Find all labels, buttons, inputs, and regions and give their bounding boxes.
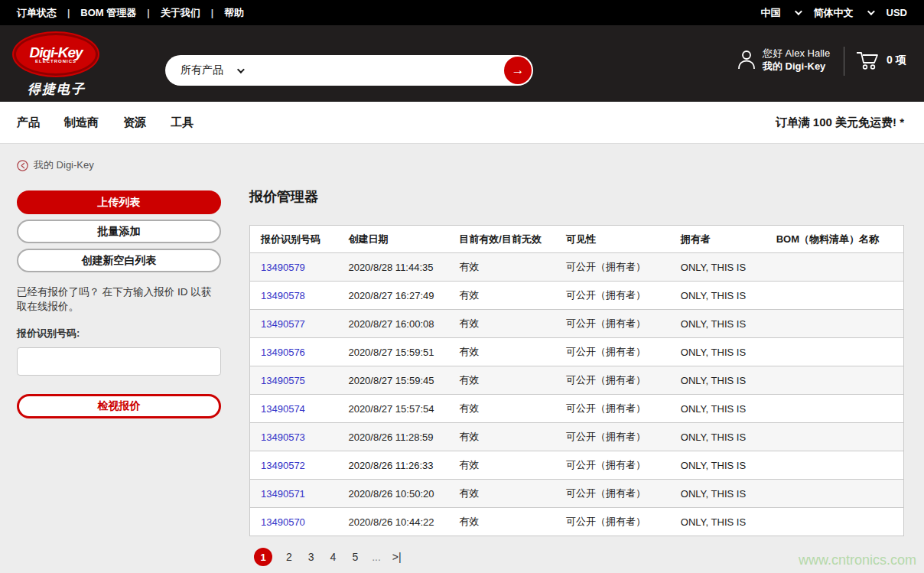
status-cell: 有效 [448, 253, 555, 282]
account-greeting: 您好 Alex Halle [763, 47, 830, 60]
search-input[interactable] [276, 59, 504, 82]
page-title: 报价管理器 [249, 187, 904, 206]
quote-id-input[interactable] [17, 347, 221, 376]
topbar-link-bom-manager[interactable]: BOM 管理器 [80, 6, 136, 20]
visibility-cell: 可公开（拥有者） [555, 423, 670, 451]
topbar-link-about-us[interactable]: 关于我们 [161, 6, 200, 20]
breadcrumb-label[interactable]: 我的 Digi-Key [34, 158, 94, 172]
col-header-created: 创建日期 [337, 226, 448, 253]
pagination-page-4[interactable]: 4 [328, 551, 339, 563]
owner-cell: ONLY, THIS IS [670, 253, 766, 282]
table-row: 13490578 2020/8/27 16:27:49 有效 可公开（拥有者） … [250, 282, 904, 310]
status-cell: 有效 [448, 366, 555, 395]
table-row: 13490575 2020/8/27 15:59:45 有效 可公开（拥有者） … [250, 366, 904, 395]
create-blank-list-button[interactable]: 创建新空白列表 [17, 249, 221, 272]
quote-id-link[interactable]: 13490572 [261, 460, 305, 471]
quote-id-link[interactable]: 13490577 [261, 318, 305, 330]
search-category-dropdown[interactable]: 所有产品 [165, 63, 276, 77]
bulk-add-button[interactable]: 批量添加 [17, 220, 221, 243]
nav-item-products[interactable]: 产品 [17, 116, 40, 130]
pagination-page-1-current[interactable]: 1 [254, 548, 272, 566]
free-shipping-promo: 订单满 100 美元免运费! * [776, 116, 904, 130]
table-row: 13490570 2020/8/26 10:44:22 有效 可公开（拥有者） … [250, 508, 904, 536]
table-row: 13490574 2020/8/27 15:57:54 有效 可公开（拥有者） … [250, 395, 904, 423]
quotes-table: 报价识别号码 创建日期 目前有效/目前无效 可见性 拥有者 BOM（物料清单）名… [249, 225, 904, 536]
pagination-page-3[interactable]: 3 [306, 551, 317, 563]
table-row: 13490576 2020/8/27 15:59:51 有效 可公开（拥有者） … [250, 338, 904, 366]
created-cell: 2020/8/26 10:44:22 [337, 508, 448, 536]
created-cell: 2020/8/27 16:00:08 [337, 310, 448, 338]
bom-name-cell [766, 423, 904, 451]
search-category-label: 所有产品 [181, 63, 223, 77]
cart-button[interactable]: 0 项 [855, 50, 906, 71]
bom-name-cell [766, 366, 904, 395]
col-header-status: 目前有效/目前无效 [448, 226, 555, 253]
quote-id-link[interactable]: 13490575 [261, 375, 305, 386]
quote-id-link[interactable]: 13490576 [261, 347, 305, 358]
quote-id-link[interactable]: 13490571 [261, 488, 305, 500]
bom-name-cell [766, 480, 904, 508]
status-cell: 有效 [448, 480, 555, 508]
quote-id-link[interactable]: 13490574 [261, 403, 305, 415]
search-submit-button[interactable]: → [504, 57, 532, 84]
region-selector[interactable]: 中国 [761, 6, 781, 20]
nav-item-tools[interactable]: 工具 [171, 116, 194, 130]
digikey-quote-manager-screen: 订单状态 | BOM 管理器 | 关于我们 | 帮助 中国 简体中文 USD D… [0, 0, 924, 573]
topbar-links: 订单状态 | BOM 管理器 | 关于我们 | 帮助 [17, 6, 244, 20]
arrow-left-circle-icon [17, 160, 28, 171]
nav-items: 产品 制造商 资源 工具 [17, 116, 194, 130]
view-quote-button[interactable]: 检视报价 [17, 394, 221, 418]
logo-title: Digi-Key [29, 46, 82, 59]
col-header-bom-name: BOM（物料清单）名称 [766, 226, 904, 253]
quote-hint-text: 已经有报价了吗？ 在下方输入报价 ID 以获取在线报价。 [17, 285, 221, 314]
owner-cell: ONLY, THIS IS [670, 451, 766, 480]
digikey-logo[interactable]: Digi-Key ELECTRONICS 得捷电子 [14, 33, 99, 98]
quote-id-link[interactable]: 13490570 [261, 516, 305, 528]
owner-cell: ONLY, THIS IS [670, 395, 766, 423]
topbar-link-order-status[interactable]: 订单状态 [17, 6, 57, 20]
visibility-cell: 可公开（拥有者） [555, 310, 670, 338]
visibility-cell: 可公开（拥有者） [555, 451, 670, 480]
bom-name-cell [766, 451, 904, 480]
pagination-page-2[interactable]: 2 [284, 551, 294, 563]
nav-item-resources[interactable]: 资源 [123, 116, 146, 130]
created-cell: 2020/8/27 15:59:45 [337, 366, 448, 395]
owner-cell: ONLY, THIS IS [670, 366, 766, 395]
status-cell: 有效 [448, 395, 555, 423]
currency-selector[interactable]: USD [887, 7, 907, 18]
owner-cell: ONLY, THIS IS [670, 338, 766, 366]
breadcrumb[interactable]: 我的 Digi-Key [17, 158, 94, 172]
col-header-owner: 拥有者 [670, 226, 766, 253]
sidebar: 上传列表 批量添加 创建新空白列表 已经有报价了吗？ 在下方输入报价 ID 以获… [17, 190, 221, 424]
pagination-last-button[interactable]: >| [392, 551, 402, 563]
owner-cell: ONLY, THIS IS [670, 282, 766, 310]
upload-list-button[interactable]: 上传列表 [17, 190, 221, 214]
bom-name-cell [766, 338, 904, 366]
status-cell: 有效 [448, 282, 555, 310]
pagination-page-5[interactable]: 5 [350, 551, 360, 563]
account-menu[interactable]: 您好 Alex Halle 我的 Digi-Key [737, 47, 830, 73]
cart-count: 0 项 [887, 54, 906, 67]
language-selector[interactable]: 简体中文 [814, 6, 854, 20]
table-row: 13490577 2020/8/27 16:00:08 有效 可公开（拥有者） … [250, 310, 904, 338]
table-row: 13490573 2020/8/26 11:28:59 有效 可公开（拥有者） … [250, 423, 904, 451]
topbar-link-help[interactable]: 帮助 [224, 6, 244, 20]
created-cell: 2020/8/27 15:59:51 [337, 338, 448, 366]
quote-id-link[interactable]: 13490578 [261, 290, 305, 301]
status-cell: 有效 [448, 508, 555, 536]
created-cell: 2020/8/26 11:28:59 [337, 423, 448, 451]
bom-name-cell [766, 282, 904, 310]
header-divider [844, 47, 844, 76]
table-row: 13490571 2020/8/26 10:50:20 有效 可公开（拥有者） … [250, 480, 904, 508]
quote-id-link[interactable]: 13490573 [261, 431, 305, 443]
chevron-down-icon[interactable] [867, 8, 875, 15]
nav-item-manufacturers[interactable]: 制造商 [64, 116, 99, 130]
visibility-cell: 可公开（拥有者） [555, 480, 670, 508]
chevron-down-icon[interactable] [795, 8, 802, 15]
pagination-ellipsis: ... [372, 551, 381, 563]
bom-name-cell [766, 310, 904, 338]
quote-id-link[interactable]: 13490579 [261, 262, 305, 273]
table-row: 13490572 2020/8/26 11:26:33 有效 可公开（拥有者） … [250, 451, 904, 480]
visibility-cell: 可公开（拥有者） [555, 282, 670, 310]
separator: | [67, 8, 70, 18]
